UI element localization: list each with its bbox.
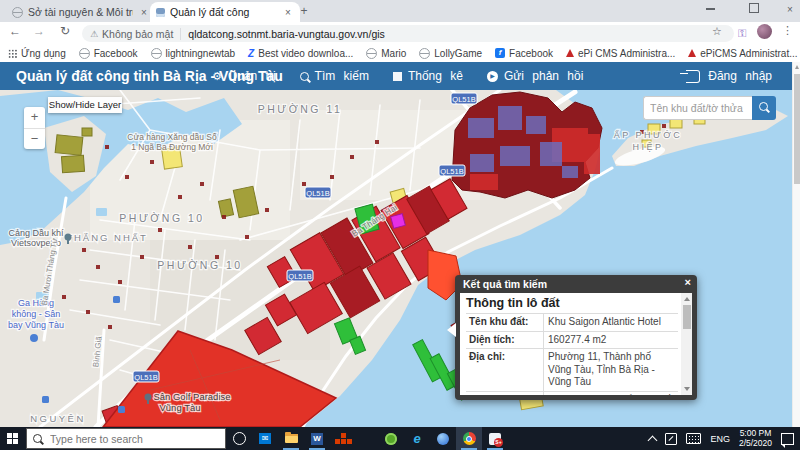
browser-menu-icon[interactable]: ⋮ — [782, 24, 793, 37]
file-explorer-icon[interactable] — [278, 427, 304, 450]
poi-label: không - Sân — [12, 309, 61, 319]
tray-expand-icon[interactable] — [648, 435, 658, 445]
menu-thong-ke[interactable]: Thống kê — [393, 69, 463, 83]
route-badge: QL51B — [440, 167, 463, 176]
window-close-button[interactable]: × — [776, 0, 800, 20]
taskbar-search[interactable] — [26, 428, 226, 449]
scroll-thumb[interactable] — [683, 305, 691, 329]
bookmark-epicms[interactable]: ePiCMS Administrat... — [688, 48, 797, 59]
popup-body: Thông tin lô đất Tên khu đất:Khu Saigon … — [460, 293, 692, 395]
page-scrollbar[interactable] — [792, 62, 800, 427]
app-navbar: Quản lý đất công tỉnh Bà Rịa - Vũng Tàu … — [0, 62, 792, 90]
menu-gui-phan-hoi[interactable]: ▶Gửi phản hồi — [487, 69, 583, 83]
send-icon: ▶ — [487, 71, 498, 82]
layer-toggle-button[interactable]: Show/Hide Layer — [48, 97, 122, 113]
bookmarks-bar: Ứng dụng Facebook lightningnewtab ZBest … — [0, 44, 800, 62]
bookmark-best-video[interactable]: ZBest video downloa... — [248, 48, 353, 59]
screenpresso-icon[interactable]: S+ — [482, 427, 508, 450]
not-secure-warning-icon[interactable]: ⚠ — [90, 29, 98, 39]
window-maximize-button[interactable] — [740, 0, 768, 20]
globe-icon — [151, 48, 162, 59]
stats-icon — [393, 72, 402, 81]
tab-title: Sở tài nguyên & Môi trường - Tì — [28, 6, 133, 18]
system-tray: ENG 5:00 PM 2/5/2020 — [649, 429, 800, 448]
language-indicator[interactable]: ENG — [710, 434, 730, 444]
word-icon[interactable]: W — [304, 427, 330, 450]
touch-keyboard-icon[interactable] — [686, 433, 701, 444]
route-badge: QL51B — [288, 272, 311, 281]
popup-heading: Thông tin lô đất — [466, 296, 678, 310]
url-text: qldatcong.sotnmt.baria-vungtau.gov.vn/gi… — [188, 28, 385, 40]
menu-quan-tri[interactable]: ⚙Quản trị — [212, 69, 276, 83]
scroll-up-icon[interactable] — [684, 297, 690, 301]
taskbar-search-input[interactable] — [48, 432, 202, 446]
tab-quan-ly-dat-cong[interactable]: Quản lý đất công × — [150, 2, 300, 22]
new-tab-button[interactable]: + — [296, 4, 312, 20]
bookmark-star-icon[interactable]: ☆ — [712, 25, 722, 38]
password-key-icon[interactable]: ⚿ — [738, 27, 750, 39]
poi-label: Cảng Dầu khí — [8, 228, 64, 238]
action-center-icon[interactable] — [781, 433, 794, 445]
window-minimize-button[interactable] — [696, 0, 724, 20]
tab-strip: Sở tài nguyên & Môi trường - Tì × Quản l… — [0, 0, 800, 22]
bookmark-facebook-2[interactable]: fFacebook — [495, 48, 553, 59]
date: 2/5/2020 — [739, 438, 772, 448]
page-favicon — [156, 8, 165, 17]
popup-title: Kết quả tìm kiếm — [455, 275, 697, 293]
bookmark-facebook[interactable]: Facebook — [79, 48, 138, 59]
map-search-input[interactable] — [643, 96, 752, 120]
search-icon — [300, 72, 309, 81]
popup-scrollbar[interactable] — [681, 293, 692, 395]
menu-tim-kiem[interactable]: Tìm kiếm — [300, 69, 369, 83]
address-bar[interactable]: ⚠ Không bảo mật qldatcong.sotnmt.baria-v… — [82, 25, 734, 42]
forward-button[interactable]: → — [30, 24, 48, 38]
mail-icon[interactable]: ✉ — [252, 427, 278, 450]
poi-label: Cửa hàng Xăng dầu Số — [127, 132, 217, 142]
popup-pointer — [447, 323, 456, 337]
chrome-icon[interactable] — [456, 427, 482, 450]
reload-button[interactable]: ↻ — [56, 24, 74, 38]
map-search-button[interactable] — [752, 96, 776, 120]
apps-grid-icon — [8, 49, 17, 58]
login-icon — [686, 70, 700, 83]
ink-workspace-icon[interactable] — [665, 433, 677, 445]
route-badge: QL51B — [134, 373, 157, 382]
profile-avatar[interactable] — [757, 24, 772, 39]
map-zoom-control: + − — [24, 107, 45, 149]
route-badge: QL51B — [452, 95, 475, 104]
cortana-icon[interactable] — [226, 427, 252, 450]
search-result-popup: Kết quả tìm kiếm × Thông tin lô đất Tên … — [455, 275, 697, 400]
scroll-thumb[interactable] — [794, 74, 800, 184]
tab-close-icon[interactable]: × — [282, 7, 294, 18]
gear-icon: ⚙ — [212, 70, 222, 83]
ward-label: THẮNG NHẤT — [66, 232, 148, 243]
green-app-icon[interactable] — [378, 427, 404, 450]
bookmark-mario[interactable]: Mario — [366, 48, 406, 59]
globe-icon — [79, 48, 90, 59]
scroll-down-icon[interactable] — [684, 387, 690, 391]
login-button[interactable]: Đăng nhập — [686, 62, 772, 90]
blue-browser-icon[interactable] — [430, 427, 456, 450]
info-row: Tên khu đất:Khu Saigon Atlantic Hotel — [466, 313, 678, 331]
facebook-icon: f — [495, 48, 505, 58]
bookmark-lightningnewtab[interactable]: lightningnewtab — [151, 48, 236, 59]
zoom-in-button[interactable]: + — [24, 107, 45, 128]
epi-icon — [566, 49, 574, 57]
scroll-up-icon[interactable] — [795, 65, 799, 69]
back-button[interactable]: ← — [6, 24, 24, 38]
poi-label: Sân Golf Paradise — [153, 391, 230, 402]
bookmark-apps[interactable]: Ứng dụng — [8, 48, 66, 59]
info-row: Địa chỉ:Phường 11, Thành phố Vũng Tàu, T… — [466, 348, 678, 391]
red-grid-app-icon[interactable] — [330, 427, 356, 450]
start-button[interactable] — [0, 427, 26, 450]
info-row: Đơn vị quản lý:Trung tâm phát triển quỹ … — [466, 391, 678, 396]
tab-close-icon[interactable]: × — [138, 7, 150, 18]
popup-close-icon[interactable]: × — [685, 276, 691, 288]
taskbar-clock[interactable]: 5:00 PM 2/5/2020 — [739, 429, 772, 448]
bookmark-lollygame[interactable]: LollyGame — [419, 48, 482, 59]
tab-soti-nguyen[interactable]: Sở tài nguyên & Môi trường - Tì × — [8, 2, 154, 22]
internet-explorer-icon[interactable]: e — [404, 427, 430, 450]
zoom-out-button[interactable]: − — [24, 128, 45, 150]
bookmark-epi-cms[interactable]: ePi CMS Administra... — [566, 48, 675, 59]
globe-favicon — [12, 7, 23, 18]
